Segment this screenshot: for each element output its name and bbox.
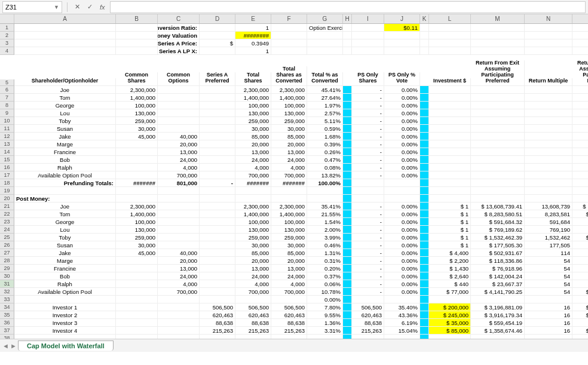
cell[interactable] — [429, 47, 471, 55]
cell[interactable]: $ 4,141,790.25 — [471, 288, 525, 296]
cell[interactable]: 54 — [525, 280, 572, 288]
cell[interactable]: 27.64% — [307, 94, 343, 102]
cell[interactable]: $ 13,808,789.83 — [572, 203, 588, 210]
cell[interactable]: 45,000 — [116, 133, 158, 140]
cell[interactable] — [158, 296, 200, 303]
column-header[interactable]: E — [235, 14, 271, 23]
cell[interactable]: 0.00% — [384, 109, 420, 117]
cell[interactable]: $ 1 — [429, 226, 471, 234]
cell[interactable] — [158, 125, 200, 133]
cell[interactable] — [307, 39, 343, 47]
name-box-dropdown-icon[interactable]: ▼ — [54, 4, 59, 10]
cell[interactable]: 0.00% — [384, 125, 420, 133]
cell[interactable] — [384, 47, 420, 55]
cell[interactable]: 215,263 — [352, 327, 384, 335]
shareholder[interactable]: Jake — [14, 133, 116, 140]
cell[interactable]: - — [352, 226, 384, 234]
shareholder[interactable]: Investor 4 — [14, 327, 116, 335]
cell[interactable]: 620,463 — [271, 311, 307, 319]
cell[interactable] — [429, 39, 471, 47]
cell[interactable] — [235, 195, 271, 203]
cell[interactable] — [429, 148, 471, 156]
cancel-icon[interactable]: ✕ — [72, 3, 82, 11]
cell[interactable] — [384, 39, 420, 47]
cell[interactable] — [352, 39, 384, 47]
cell[interactable]: $ 177,505.30 — [471, 241, 525, 249]
cell[interactable]: 0.00% — [384, 226, 420, 234]
cell[interactable]: 24,000 — [271, 272, 307, 280]
cell[interactable] — [116, 24, 158, 32]
cell[interactable] — [429, 32, 471, 39]
cell[interactable]: $ 200,000 — [429, 303, 471, 311]
cell[interactable]: - — [352, 265, 384, 272]
cell[interactable] — [525, 117, 572, 125]
cell[interactable]: 801,000 — [158, 179, 200, 187]
divider[interactable] — [343, 272, 352, 280]
column-header[interactable]: O — [572, 14, 588, 23]
shareholder[interactable]: Francine — [14, 148, 116, 156]
cell[interactable] — [158, 94, 200, 102]
cell[interactable] — [471, 179, 525, 187]
cell[interactable]: 0.00% — [384, 117, 420, 125]
cell[interactable] — [525, 187, 572, 195]
row-header[interactable]: 13 — [0, 140, 14, 148]
cell[interactable] — [14, 47, 116, 55]
row-header[interactable]: 20 — [0, 195, 14, 203]
cell[interactable] — [471, 171, 525, 179]
cell[interactable]: 4,000 — [271, 164, 307, 171]
cell[interactable] — [200, 218, 235, 226]
cell[interactable]: 9.55% — [307, 311, 343, 319]
cell[interactable]: $ 1 — [429, 241, 471, 249]
cell[interactable] — [200, 156, 235, 164]
cell[interactable]: - — [352, 241, 384, 249]
cell[interactable] — [429, 125, 471, 133]
cell[interactable]: - — [352, 109, 384, 117]
cell[interactable] — [572, 171, 588, 179]
cell[interactable]: 30,000 — [235, 241, 271, 249]
divider[interactable] — [420, 218, 429, 226]
shareholder[interactable]: Susan — [14, 125, 116, 133]
cell[interactable]: - — [352, 249, 384, 257]
cell[interactable]: 35.41% — [307, 203, 343, 210]
cell[interactable] — [116, 171, 158, 179]
row-header[interactable]: 3 — [0, 39, 14, 47]
cell[interactable]: 700,000 — [158, 288, 200, 296]
cell[interactable] — [572, 32, 588, 39]
cell[interactable]: 259,000 — [271, 234, 307, 241]
divider[interactable] — [343, 195, 352, 203]
fx-icon[interactable]: fx — [97, 4, 108, 11]
cell[interactable] — [384, 32, 420, 39]
cell[interactable]: 1,400,000 — [235, 210, 271, 218]
cell[interactable]: - — [352, 86, 384, 94]
divider[interactable] — [420, 140, 429, 148]
cell[interactable]: 13,000 — [158, 148, 200, 156]
cell[interactable] — [352, 32, 384, 39]
cell[interactable]: 259,000 — [116, 234, 158, 241]
cell[interactable] — [525, 94, 572, 102]
cell[interactable] — [116, 303, 158, 311]
divider[interactable] — [343, 179, 352, 187]
cell[interactable]: $ 502,931.67 — [471, 249, 525, 257]
cell[interactable] — [572, 117, 588, 125]
cell[interactable]: $ 2,200 — [429, 257, 471, 265]
cell[interactable]: $ 24,015.29 — [572, 280, 588, 288]
column-header[interactable]: N — [525, 14, 572, 23]
cell[interactable] — [525, 39, 572, 47]
cell[interactable]: 0.00% — [384, 280, 420, 288]
column-header[interactable]: H — [343, 14, 352, 23]
cell[interactable] — [572, 164, 588, 171]
divider[interactable] — [420, 171, 429, 179]
cell[interactable] — [525, 133, 572, 140]
cell[interactable]: 700,000 — [271, 171, 307, 179]
cell[interactable] — [572, 102, 588, 109]
cell[interactable]: 0.00% — [384, 94, 420, 102]
tab-nav-prev-icon[interactable]: ◄ — [2, 342, 9, 349]
cell[interactable] — [572, 39, 588, 47]
cell[interactable]: 130,000 — [271, 109, 307, 117]
cell[interactable]: 0.00% — [384, 156, 420, 164]
cell[interactable]: 88,638 — [352, 319, 384, 327]
cell[interactable] — [471, 24, 525, 32]
cell[interactable]: - — [352, 203, 384, 210]
cell[interactable]: 1,400,000 — [271, 210, 307, 218]
divider[interactable] — [343, 257, 352, 265]
